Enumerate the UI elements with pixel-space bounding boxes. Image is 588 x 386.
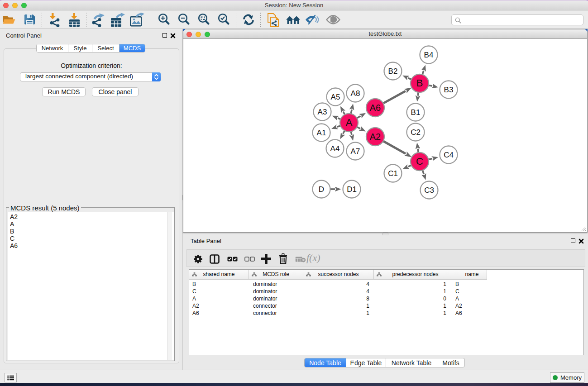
svg-text:C4: C4 (444, 151, 454, 159)
svg-text:A1: A1 (317, 129, 326, 137)
svg-text:A3: A3 (318, 108, 327, 116)
svg-text:A8: A8 (351, 89, 360, 98)
svg-text:A5: A5 (331, 93, 340, 101)
svg-text:D1: D1 (347, 185, 357, 194)
svg-text:D: D (319, 185, 324, 194)
svg-text:B4: B4 (424, 51, 434, 59)
svg-text:C: C (416, 156, 423, 167)
svg-text:A6: A6 (370, 103, 381, 113)
svg-text:A7: A7 (351, 147, 360, 156)
svg-text:B1: B1 (411, 108, 421, 117)
svg-text:A4: A4 (330, 144, 340, 153)
svg-text:B: B (416, 77, 423, 89)
svg-text:A: A (346, 117, 353, 128)
svg-text:A2: A2 (370, 132, 381, 142)
svg-text:C2: C2 (411, 128, 421, 137)
svg-text:B3: B3 (444, 86, 454, 94)
svg-text:C1: C1 (388, 169, 398, 178)
svg-text:B2: B2 (388, 67, 398, 76)
svg-text:C3: C3 (424, 186, 434, 195)
